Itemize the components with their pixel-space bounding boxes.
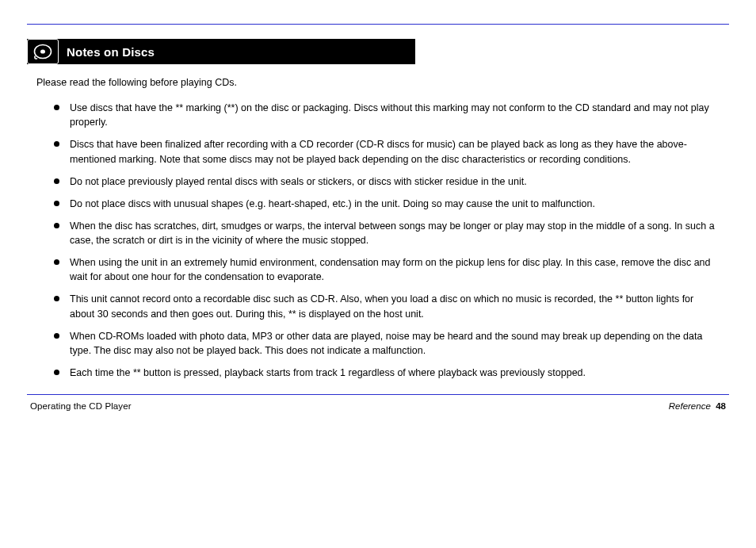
list-item: This unit cannot record onto a recordabl… xyxy=(49,292,715,320)
footer-ref-label: Reference xyxy=(669,401,711,411)
list-item: Do not place discs with unusual shapes (… xyxy=(49,197,715,211)
section-banner: Notes on Discs xyxy=(27,39,415,64)
disc-icon xyxy=(27,39,59,64)
notes-list: Use discs that have the ** marking (**) … xyxy=(49,101,715,380)
footer-page-number: 48 xyxy=(716,401,726,411)
list-item: Use discs that have the ** marking (**) … xyxy=(49,101,715,129)
page-footer: Operating the CD Player Reference 48 xyxy=(27,401,729,411)
intro-text: Please read the following before playing… xyxy=(36,75,710,90)
section-title: Notes on Discs xyxy=(59,45,415,59)
list-item: Each time the ** button is pressed, play… xyxy=(49,366,715,380)
list-item: When using the unit in an extremely humi… xyxy=(49,255,715,284)
bottom-rule xyxy=(27,394,729,395)
footer-page-ref: Reference 48 xyxy=(669,401,726,411)
list-item: When the disc has scratches, dirt, smudg… xyxy=(49,219,715,247)
list-item: Discs that have been finalized after rec… xyxy=(49,137,715,166)
document-page: Notes on Discs Please read the following… xyxy=(0,0,756,548)
list-item: When CD-ROMs loaded with photo data, MP3… xyxy=(49,329,715,358)
svg-point-1 xyxy=(41,50,44,53)
top-rule xyxy=(27,24,729,25)
footer-section-name: Operating the CD Player xyxy=(30,401,132,411)
list-item: Do not place previously played rental di… xyxy=(49,174,715,189)
